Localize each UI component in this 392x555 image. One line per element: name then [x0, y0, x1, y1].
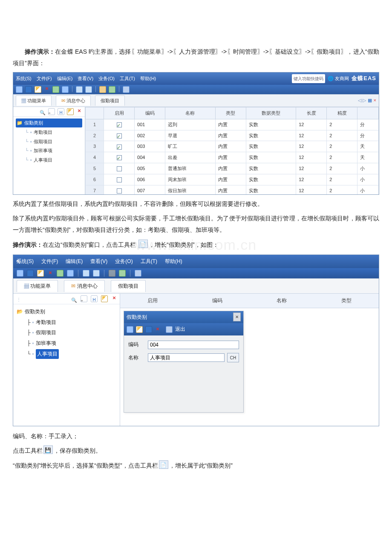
- m2-1[interactable]: 文件(F): [41, 257, 58, 266]
- col-0[interactable]: 启用: [104, 107, 135, 119]
- t2-search[interactable]: [71, 295, 77, 301]
- col-7[interactable]: [357, 107, 379, 119]
- col-5[interactable]: 长度: [296, 107, 327, 119]
- t2-h[interactable]: H: [91, 295, 98, 302]
- tree-item-1[interactable]: └▫假期项目: [16, 137, 82, 146]
- col-4[interactable]: 数据类型: [246, 107, 296, 119]
- menu-tool[interactable]: 工具(T): [120, 74, 135, 83]
- m2-6[interactable]: 帮助(H): [165, 257, 182, 266]
- tab2-cur[interactable]: 假勤项目: [111, 280, 146, 292]
- menu-system[interactable]: 系统(S): [16, 74, 32, 83]
- dlg-exit-label[interactable]: 退出: [175, 324, 185, 334]
- btn-d[interactable]: [99, 86, 106, 93]
- menu-edit[interactable]: 编辑(E): [57, 74, 73, 83]
- tree-del-icon[interactable]: ×: [76, 108, 82, 114]
- tb2-edit[interactable]: [37, 270, 44, 277]
- dlg-exit-icon[interactable]: [166, 326, 173, 333]
- rcol-2[interactable]: 名称: [250, 296, 314, 306]
- portal-icon[interactable]: 🌐 友商网: [328, 74, 349, 83]
- btn-c[interactable]: [85, 86, 92, 93]
- btn-e[interactable]: [109, 86, 115, 93]
- col-3[interactable]: 类型: [215, 107, 246, 119]
- table-row[interactable]: 6006周末加班内置实数122小: [86, 174, 379, 185]
- table-row[interactable]: 4004出差内置实数122天: [86, 152, 379, 163]
- enable-checkbox[interactable]: [117, 122, 122, 127]
- tb2-del[interactable]: ×: [47, 270, 53, 276]
- col-6[interactable]: 精度: [327, 107, 357, 119]
- menu-help[interactable]: 帮助(H): [140, 74, 156, 83]
- quick-search[interactable]: 键入功能快捷码: [292, 74, 325, 83]
- menu-view[interactable]: 查看(V): [78, 74, 93, 83]
- tab2-func[interactable]: ▦ 功能菜单: [17, 280, 58, 292]
- tab-msg[interactable]: ✉ 消息中心: [56, 95, 91, 106]
- t2-del[interactable]: ×: [111, 295, 117, 301]
- tb2-d[interactable]: [109, 270, 115, 277]
- rcol-0[interactable]: 启用: [120, 296, 185, 306]
- tb2-exit[interactable]: [135, 270, 141, 277]
- col-2[interactable]: 名称: [165, 107, 215, 119]
- dlg-new[interactable]: [127, 326, 133, 333]
- rcol-3[interactable]: 类型: [314, 296, 379, 306]
- m2-5[interactable]: 工具(T): [141, 257, 157, 266]
- tb2-b[interactable]: [83, 270, 89, 277]
- btn-a[interactable]: [62, 86, 69, 93]
- tree-item-2[interactable]: └▫加班事项: [16, 146, 82, 155]
- dlg-edit[interactable]: [136, 326, 143, 333]
- col-1[interactable]: 编码: [135, 107, 165, 119]
- m2-3[interactable]: 查看(V): [90, 257, 107, 266]
- dlg-save[interactable]: [145, 326, 152, 333]
- tab2-msg[interactable]: ✉ 消息中心: [64, 280, 104, 292]
- table-row[interactable]: 7007假日加班内置实数122小: [86, 185, 379, 194]
- tree2-3[interactable]: └▫人事项目: [17, 349, 116, 359]
- m2-4[interactable]: 业务(O): [115, 257, 133, 266]
- tab-current[interactable]: 假勤项目: [95, 95, 125, 106]
- tree-item-0[interactable]: └▫考勤项目: [16, 128, 82, 137]
- table-row[interactable]: 5005普通加班内置实数122小: [86, 163, 379, 174]
- enable-checkbox[interactable]: [117, 155, 122, 160]
- tb2-new[interactable]: [17, 270, 23, 277]
- tree2-2[interactable]: ├▫加班事项: [17, 338, 116, 348]
- tree2-root[interactable]: 📂假勤类别: [17, 307, 116, 317]
- table-row[interactable]: 3003旷工内置实数122天: [86, 141, 379, 152]
- save-icon[interactable]: [25, 86, 32, 93]
- exit-icon[interactable]: [123, 86, 130, 93]
- tb2-e[interactable]: [119, 270, 126, 277]
- enable-checkbox[interactable]: [117, 177, 122, 182]
- btn-b[interactable]: [76, 86, 83, 93]
- close-icon[interactable]: ✕: [233, 312, 241, 321]
- enable-checkbox[interactable]: [117, 133, 122, 139]
- tb2-ref[interactable]: [57, 270, 63, 277]
- enable-checkbox[interactable]: [117, 188, 122, 194]
- new-icon[interactable]: [16, 86, 23, 93]
- code-field[interactable]: [148, 341, 239, 349]
- tree-edit-icon[interactable]: [67, 108, 74, 115]
- enable-checkbox[interactable]: [117, 145, 122, 150]
- enable-checkbox[interactable]: [117, 166, 122, 171]
- menu-file[interactable]: 文件(F): [37, 74, 52, 83]
- lang-button[interactable]: CH: [227, 353, 239, 362]
- tb2-save[interactable]: [27, 270, 34, 277]
- tb2-c[interactable]: [93, 270, 100, 277]
- refresh-icon[interactable]: [52, 86, 59, 93]
- tree-new[interactable]: ▫: [48, 108, 55, 115]
- name-field[interactable]: [148, 353, 225, 362]
- menu-biz[interactable]: 业务(O): [98, 74, 115, 83]
- search-icon[interactable]: [40, 108, 46, 114]
- table-row[interactable]: 2002早退内置实数122分: [86, 130, 379, 141]
- edit-icon[interactable]: [35, 86, 41, 93]
- tb2-a[interactable]: [67, 270, 74, 277]
- tree-item-3[interactable]: └▫人事项目: [16, 156, 82, 165]
- dlg-del[interactable]: ×: [155, 327, 161, 332]
- tree2-0[interactable]: ├▫考勤项目: [17, 318, 116, 327]
- tree2-1[interactable]: ├▫假期项目: [17, 328, 116, 338]
- table-row[interactable]: 1001迟到内置实数122分: [86, 119, 379, 130]
- t2-edit[interactable]: [101, 295, 108, 302]
- tree-root[interactable]: 📁假勤类别: [16, 119, 82, 127]
- tab-func[interactable]: ▦ 功能菜单: [16, 95, 52, 106]
- delete-icon[interactable]: ×: [44, 86, 50, 92]
- tab-controls[interactable]: ◁ ▷ ▦ ×: [358, 96, 377, 105]
- t2-dots[interactable]: ⋮: [16, 295, 22, 301]
- m2-2[interactable]: 编辑(E): [66, 257, 83, 266]
- rcol-1[interactable]: 编码: [185, 296, 250, 306]
- tree-h[interactable]: H: [58, 108, 64, 115]
